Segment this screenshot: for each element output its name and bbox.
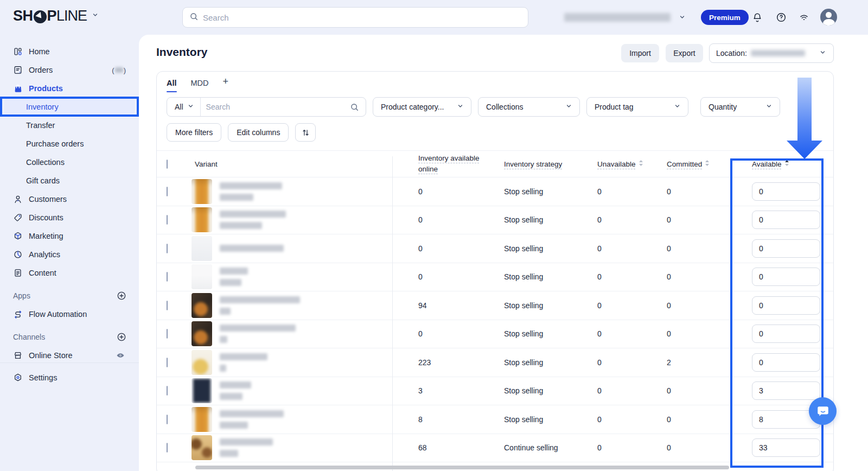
cell-variant[interactable] — [183, 378, 393, 403]
sort-indicator-icon[interactable] — [639, 160, 643, 168]
sidebar-item-label: Purchase orders — [26, 139, 126, 148]
network-wifi-icon[interactable] — [799, 12, 809, 23]
cell-variant[interactable] — [183, 435, 393, 460]
available-quantity-input[interactable] — [752, 268, 820, 286]
column-header-strategy[interactable]: Inventory strategy — [504, 160, 562, 168]
available-quantity-input[interactable] — [752, 353, 820, 372]
sidebar-item-orders[interactable]: Orders() — [0, 61, 139, 79]
add-plus-circle-icon[interactable] — [117, 332, 127, 342]
chevron-down-icon[interactable] — [91, 11, 99, 21]
cell-variant[interactable] — [183, 293, 393, 318]
select-all-checkbox[interactable] — [167, 160, 168, 169]
available-quantity-input[interactable] — [752, 296, 820, 315]
row-checkbox[interactable] — [167, 215, 168, 225]
location-selector[interactable]: Location: — [709, 43, 834, 63]
chat-support-button[interactable] — [809, 397, 837, 425]
horizontal-scrollbar[interactable] — [195, 466, 729, 469]
pinned-column-divider — [392, 156, 393, 471]
product-name-redacted — [220, 365, 226, 372]
sort-indicator-icon-active[interactable] — [784, 160, 789, 168]
sidebar-item-online-store[interactable]: Online Store — [0, 346, 139, 362]
sidebar-item-home[interactable]: Home — [0, 42, 139, 61]
account-avatar[interactable] — [820, 9, 837, 26]
sidebar-item-gift-cards[interactable]: Gift cards — [0, 171, 139, 190]
sort-button[interactable] — [295, 123, 316, 142]
column-header-committed[interactable]: Committed — [667, 160, 702, 168]
sidebar-item-marketing[interactable]: Marketing — [0, 227, 139, 245]
edit-columns-button[interactable]: Edit columns — [228, 123, 289, 142]
available-quantity-input[interactable] — [752, 324, 820, 343]
add-plus-circle-icon[interactable] — [117, 291, 127, 301]
sidebar-item-products[interactable]: Products — [0, 79, 139, 98]
premium-badge[interactable]: Premium — [701, 10, 749, 25]
row-checkbox[interactable] — [167, 386, 168, 396]
chevron-down-icon — [819, 48, 827, 58]
cell-variant[interactable] — [183, 321, 393, 346]
row-checkbox[interactable] — [167, 272, 168, 282]
column-header-unavailable[interactable]: Unavailable — [597, 160, 636, 168]
visibility-eye-icon[interactable] — [116, 351, 126, 361]
available-quantity-input[interactable] — [752, 182, 820, 201]
cell-variant[interactable] — [183, 179, 393, 204]
row-checkbox[interactable] — [167, 443, 168, 453]
sidebar-item-inventory[interactable]: Inventory — [4, 98, 135, 116]
cell-variant[interactable] — [183, 207, 393, 232]
cell-committed: 0 — [667, 272, 737, 281]
available-quantity-input[interactable] — [752, 211, 820, 229]
row-checkbox[interactable] — [167, 187, 168, 196]
row-checkbox[interactable] — [167, 301, 168, 310]
badge-value-redacted — [115, 67, 123, 73]
cell-variant[interactable] — [183, 407, 393, 432]
sidebar-item-analytics[interactable]: Analytics — [0, 245, 139, 264]
more-filters-button[interactable]: More filters — [167, 123, 221, 142]
tab-mdd[interactable]: MDD — [191, 79, 209, 92]
filter-row-primary: All Product category... Collections Prod… — [167, 97, 833, 117]
sidebar-item-content[interactable]: Content — [0, 264, 139, 282]
sort-indicator-icon[interactable] — [705, 160, 710, 168]
add-view-tab-button[interactable]: + — [223, 76, 229, 92]
help-icon[interactable] — [776, 12, 787, 23]
cell-variant[interactable] — [183, 350, 393, 375]
notifications-bell-icon[interactable] — [752, 12, 763, 23]
sidebar-item-discounts[interactable]: Discounts — [0, 208, 139, 227]
shopline-logo[interactable]: SHPLINE — [13, 8, 99, 24]
available-quantity-input[interactable] — [752, 438, 820, 457]
row-checkbox[interactable] — [167, 244, 168, 253]
cell-inventory-available-online: 0 — [393, 272, 504, 281]
filter-product-tag[interactable]: Product tag — [586, 97, 688, 117]
global-search-input[interactable] — [203, 13, 521, 22]
export-button[interactable]: Export — [666, 44, 703, 62]
filter-quantity[interactable]: Quantity — [700, 97, 780, 117]
settings-gear-icon — [13, 373, 23, 383]
cell-variant[interactable] — [183, 236, 393, 261]
cell-inventory-available-online: 8 — [393, 415, 504, 424]
sidebar-item-collections[interactable]: Collections — [0, 153, 139, 171]
inventory-search-input[interactable] — [201, 103, 350, 111]
available-quantity-input[interactable] — [752, 381, 820, 400]
content-icon — [13, 268, 23, 278]
filter-collections[interactable]: Collections — [478, 97, 580, 117]
sidebar-item-transfer[interactable]: Transfer — [0, 116, 139, 135]
search-scope-dropdown[interactable]: All — [167, 98, 201, 116]
product-name-redacted — [220, 410, 284, 417]
cell-inventory-available-online: 0 — [393, 215, 504, 224]
row-checkbox[interactable] — [167, 358, 168, 367]
row-checkbox[interactable] — [167, 415, 168, 424]
tab-all[interactable]: All — [167, 79, 177, 92]
sidebar-item-customers[interactable]: Customers — [0, 190, 139, 208]
sidebar-item-label: Marketing — [29, 232, 126, 240]
filter-product-category[interactable]: Product category... — [373, 97, 471, 117]
column-header-available[interactable]: Available — [752, 160, 782, 168]
row-checkbox[interactable] — [167, 329, 168, 339]
cell-variant[interactable] — [183, 264, 393, 289]
column-header-online[interactable]: Inventory available online — [418, 153, 488, 174]
cell-committed: 0 — [667, 187, 737, 196]
sidebar-item-flow-automation[interactable]: Flow Automation — [0, 305, 139, 323]
available-quantity-input[interactable] — [752, 239, 820, 258]
sidebar-item-settings[interactable]: Settings — [0, 368, 139, 387]
account-chevron-down-icon[interactable] — [678, 13, 686, 23]
import-button[interactable]: Import — [621, 44, 659, 62]
cell-inventory-available-online: 3 — [393, 386, 504, 395]
sidebar-item-purchase-orders[interactable]: Purchase orders — [0, 135, 139, 153]
table-row: 3Stop selling00 — [157, 377, 833, 406]
